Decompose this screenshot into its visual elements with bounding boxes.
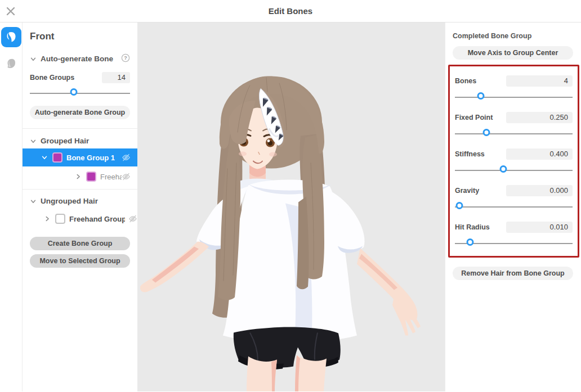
tree-item-freehand-group-child[interactable]: Freehand Grou [23, 168, 137, 186]
slider-track [455, 170, 573, 171]
close-button[interactable] [6, 6, 16, 16]
fixed-point-slider[interactable] [455, 129, 573, 139]
color-swatch[interactable] [86, 172, 96, 182]
eye-off-icon[interactable] [122, 172, 131, 181]
stiffness-label: Stiffness [455, 150, 485, 158]
slider-track [30, 93, 130, 94]
side-hair-tool-button[interactable] [1, 54, 21, 74]
bones-label: Bones [455, 77, 476, 85]
eye-off-icon[interactable] [122, 153, 131, 162]
character-preview [137, 22, 445, 391]
slider-track [455, 133, 573, 134]
divider [23, 189, 137, 190]
bone-groups-label: Bone Groups [30, 74, 74, 82]
tree-item-freehand-group-1[interactable]: Freehand Group 1 [23, 210, 137, 228]
slider-handle[interactable] [477, 92, 484, 100]
fixed-point-label: Fixed Point [455, 114, 493, 121]
bones-value[interactable]: 4 [506, 75, 573, 87]
auto-generate-section-label: Auto-generate Bone [41, 55, 113, 63]
chevron-down-icon[interactable] [41, 154, 48, 161]
chevron-down-icon [30, 56, 37, 62]
hit-radius-value[interactable]: 0.010 [506, 222, 573, 233]
color-swatch[interactable] [55, 214, 65, 224]
auto-generate-section-header[interactable]: Auto-generate Bone ? [30, 53, 130, 64]
slider-handle[interactable] [499, 165, 507, 173]
fixed-point-parameter: Fixed Point 0.250 [455, 112, 573, 139]
gravity-parameter: Gravity 0.000 [455, 185, 573, 212]
auto-generate-bone-group-button[interactable]: Auto-generate Bone Group [30, 106, 130, 119]
view-label: Front [30, 31, 130, 42]
chevron-right-icon[interactable] [44, 215, 51, 222]
close-icon [6, 6, 16, 16]
grouped-hair-section-header[interactable]: Grouped Hair [30, 137, 130, 145]
front-hair-icon [5, 30, 18, 44]
create-bone-group-button[interactable]: Create Bone Group [30, 237, 130, 250]
hit-radius-slider[interactable] [455, 238, 573, 249]
gravity-value[interactable]: 0.000 [506, 185, 573, 196]
color-swatch[interactable] [52, 152, 62, 163]
fixed-point-value[interactable]: 0.250 [506, 112, 573, 123]
slider-track [455, 206, 573, 208]
edit-bones-window: Edit Bones Front Auto-gener [0, 0, 581, 392]
svg-text:?: ? [124, 55, 127, 61]
slider-handle[interactable] [456, 202, 463, 209]
eye-off-icon[interactable] [128, 214, 137, 223]
grouped-hair-section-label: Grouped Hair [41, 137, 89, 145]
remove-hair-from-bone-group-button[interactable]: Remove Hair from Bone Group [453, 267, 573, 280]
slider-handle[interactable] [483, 129, 490, 136]
slider-handle[interactable] [467, 238, 474, 246]
help-icon[interactable]: ? [121, 53, 130, 64]
ungrouped-hair-section-header[interactable]: Ungrouped Hair [30, 197, 130, 205]
bone-groups-value[interactable]: 14 [102, 72, 130, 83]
side-hair-icon [5, 57, 18, 71]
move-axis-to-group-center-button[interactable]: Move Axis to Group Center [453, 46, 573, 60]
ungrouped-hair-section-label: Ungrouped Hair [41, 197, 98, 205]
bone-group-settings-panel: Completed Bone Group Move Axis to Group … [445, 22, 581, 391]
slider-track [455, 97, 573, 98]
tree-item-bone-group-1[interactable]: Bone Group 1 [23, 148, 137, 166]
stiffness-slider[interactable] [455, 165, 573, 175]
hit-radius-label: Hit Radius [455, 223, 490, 231]
bone-groups-slider[interactable] [30, 88, 130, 98]
tool-rail [0, 22, 23, 391]
bone-parameters-highlight-box: Bones 4 Fixed Point 0.250 [448, 65, 579, 258]
tree-item-label: Freehand Grou [100, 173, 122, 181]
divider [23, 128, 137, 129]
bone-tree-panel: Front Auto-generate Bone ? Bone Groups 1… [23, 22, 137, 391]
tree-item-label: Bone Group 1 [66, 154, 115, 162]
tree-item-label: Freehand Group 1 [69, 215, 125, 223]
titlebar: Edit Bones [0, 0, 581, 22]
window-title: Edit Bones [0, 0, 581, 22]
chevron-down-icon [30, 198, 37, 205]
move-to-selected-group-button[interactable]: Move to Selected Group [30, 254, 130, 268]
stiffness-parameter: Stiffness 0.400 [455, 148, 573, 175]
front-hair-tool-button[interactable] [1, 27, 21, 47]
model-viewport[interactable] [137, 22, 445, 391]
stiffness-value[interactable]: 0.400 [506, 148, 573, 160]
chevron-right-icon[interactable] [75, 173, 82, 180]
bones-slider[interactable] [455, 92, 573, 102]
gravity-slider[interactable] [455, 202, 573, 212]
completed-bone-group-label: Completed Bone Group [453, 32, 574, 40]
gravity-label: Gravity [455, 187, 479, 195]
bones-parameter: Bones 4 [455, 75, 573, 102]
hit-radius-parameter: Hit Radius 0.010 [455, 222, 573, 249]
chevron-down-icon [30, 138, 37, 145]
slider-handle[interactable] [70, 88, 78, 96]
